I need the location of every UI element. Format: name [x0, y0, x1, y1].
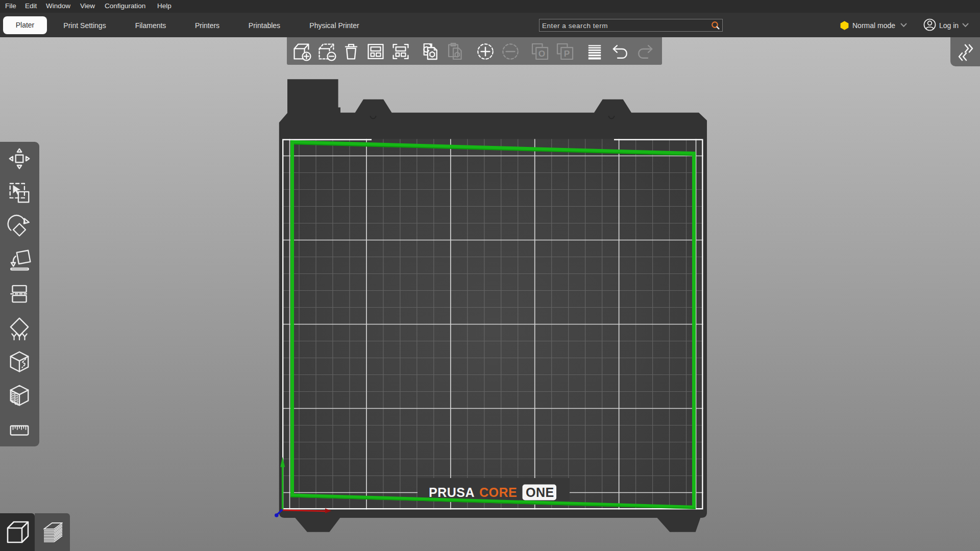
svg-text:P: P — [564, 48, 570, 59]
svg-text:PRUSA: PRUSA — [429, 485, 475, 499]
svg-text:CORE: CORE — [479, 485, 517, 499]
svg-text:O: O — [538, 48, 545, 59]
svg-text:ONE: ONE — [526, 485, 554, 499]
